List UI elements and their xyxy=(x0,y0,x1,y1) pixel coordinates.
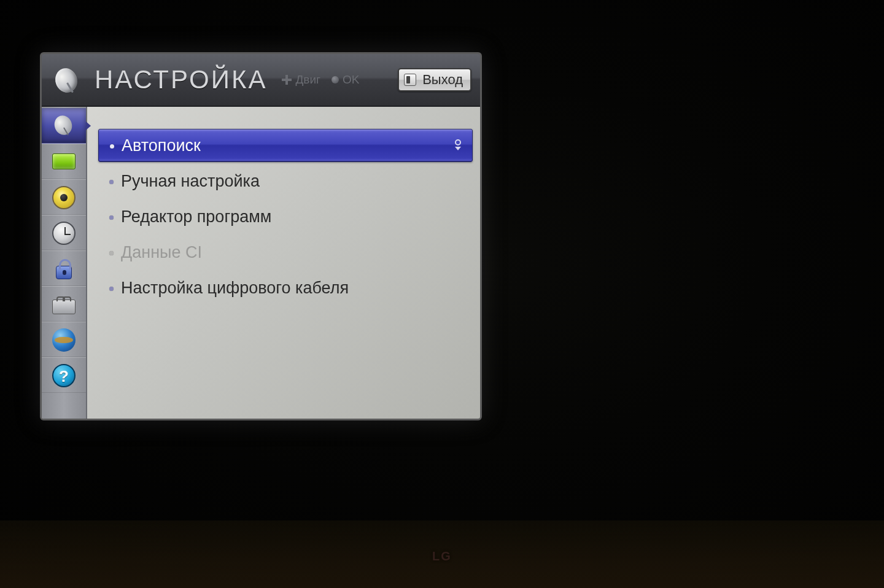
speaker-icon xyxy=(52,186,76,209)
menu-item-programme-edit[interactable]: Редактор программ xyxy=(98,200,473,233)
menu-item-label: Редактор программ xyxy=(121,207,271,226)
bullet-icon xyxy=(109,180,114,184)
sidebar: ? xyxy=(42,107,87,419)
scene: LG НАСТРОЙКА Двиг OK Выход xyxy=(0,0,884,588)
menu-item-label: Данные CI xyxy=(121,243,202,262)
osd-window: НАСТРОЙКА Двиг OK Выход xyxy=(40,52,482,420)
satellite-dish-icon xyxy=(48,61,86,99)
menu-item-label: Настройка цифрового кабеля xyxy=(121,279,349,298)
menu-item-manual-tuning[interactable]: Ручная настройка xyxy=(98,164,473,198)
sidebar-item-network[interactable] xyxy=(42,322,86,357)
tv-brand-logo: LG xyxy=(432,549,452,563)
menu-item-auto-tuning[interactable]: Автопоиск xyxy=(98,129,473,162)
osd-body: ? Автопоиск Ручная настройка Реда xyxy=(42,107,480,419)
exit-button[interactable]: Выход xyxy=(398,68,471,91)
bullet-icon xyxy=(109,215,114,220)
sidebar-item-lock[interactable] xyxy=(42,250,86,286)
ok-dot-icon xyxy=(332,76,339,83)
sidebar-item-audio[interactable] xyxy=(42,179,86,215)
hint-move-label: Двиг xyxy=(295,73,320,87)
page-title: НАСТРОЙКА xyxy=(95,65,267,95)
menu-item-ci-information: Данные CI xyxy=(98,236,473,269)
satellite-dish-icon xyxy=(51,113,77,139)
hint-ok-label: OK xyxy=(343,73,359,87)
toolbox-icon xyxy=(52,300,76,314)
sidebar-item-support[interactable]: ? xyxy=(42,357,86,393)
menu-item-label: Автопоиск xyxy=(122,136,201,155)
bullet-icon xyxy=(110,144,114,149)
sidebar-item-setup[interactable] xyxy=(42,108,86,144)
exit-key-icon xyxy=(404,74,416,86)
sidebar-item-option[interactable] xyxy=(42,286,86,322)
lock-icon xyxy=(56,266,72,279)
osd-header: НАСТРОЙКА Двиг OK Выход xyxy=(42,54,480,107)
hint-ok: OK xyxy=(332,73,359,87)
clock-icon xyxy=(52,222,76,245)
globe-icon xyxy=(52,328,76,352)
picture-icon xyxy=(51,149,77,174)
help-icon: ? xyxy=(52,364,76,387)
content-panel: Автопоиск Ручная настройка Редактор прог… xyxy=(87,107,480,419)
enter-icon xyxy=(454,139,462,152)
sidebar-item-picture[interactable] xyxy=(42,144,86,179)
header-hints: Двиг OK xyxy=(282,73,398,87)
exit-button-label: Выход xyxy=(422,72,463,88)
bullet-icon xyxy=(109,287,114,291)
sidebar-item-time[interactable] xyxy=(42,215,86,250)
menu-item-cable-dtv-setting[interactable]: Настройка цифрового кабеля xyxy=(98,271,473,304)
dpad-icon xyxy=(282,75,292,85)
bullet-icon xyxy=(109,251,114,255)
menu-item-label: Ручная настройка xyxy=(121,172,260,191)
hint-move: Двиг xyxy=(282,73,320,87)
